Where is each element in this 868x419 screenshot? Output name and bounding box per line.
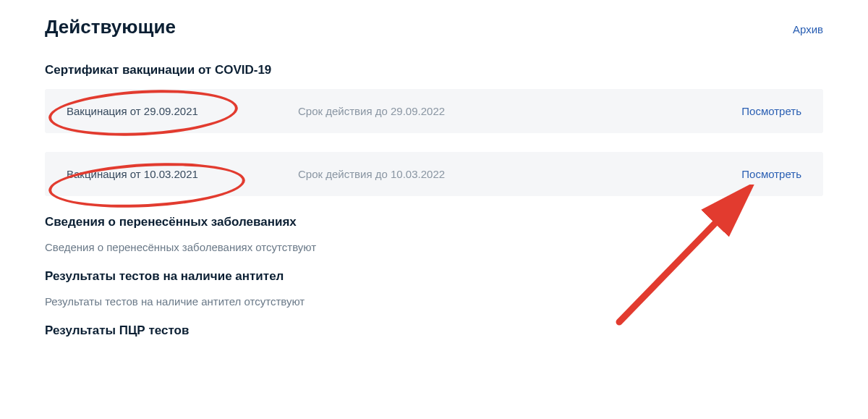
antibody-empty-text: Результаты тестов на наличие антител отс…	[45, 295, 823, 308]
section-title-illness: Сведения о перенесённых заболеваниях	[45, 215, 823, 229]
section-title-antibody: Результаты тестов на наличие антител	[45, 269, 823, 284]
view-link[interactable]: Посмотреть	[741, 105, 801, 117]
vaccination-card: Вакцинация от 29.09.2021 Срок действия д…	[45, 89, 823, 133]
section-title-pcr: Результаты ПЦР тестов	[45, 323, 823, 338]
view-link[interactable]: Посмотреть	[741, 168, 801, 180]
illness-empty-text: Сведения о перенесённых заболеваниях отс…	[45, 241, 823, 253]
vaccination-expiry: Срок действия до 10.03.2022	[298, 168, 741, 180]
section-title-vaccination: Сертификат вакцинации от COVID-19	[45, 63, 823, 77]
page-title: Действующие	[45, 16, 176, 38]
vaccination-name: Вакцинация от 29.09.2021	[67, 105, 298, 117]
vaccination-card: Вакцинация от 10.03.2021 Срок действия д…	[45, 152, 823, 196]
archive-link[interactable]: Архив	[793, 23, 823, 35]
vaccination-expiry: Срок действия до 29.09.2022	[298, 105, 741, 117]
vaccination-name: Вакцинация от 10.03.2021	[67, 168, 298, 180]
